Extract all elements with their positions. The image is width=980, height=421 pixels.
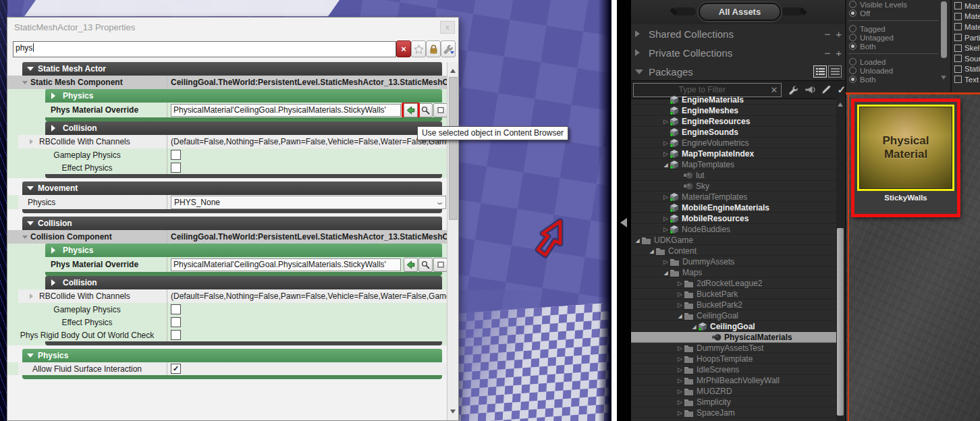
tree-item-ceilinggoal[interactable]: ◢CeilingGoal xyxy=(631,321,836,332)
tree-item-simplicity[interactable]: ▷Simplicity xyxy=(631,397,836,408)
checkbox[interactable] xyxy=(954,76,962,83)
remove-collection-button[interactable]: − xyxy=(824,47,830,59)
expand-arrow-icon[interactable]: ▷ xyxy=(662,258,670,265)
horn-icon[interactable] xyxy=(805,86,815,94)
tree-item-dummyassets[interactable]: ▷DummyAssets xyxy=(631,256,836,267)
collapse-arrow-icon[interactable]: ◢ xyxy=(662,162,670,168)
property-row-phys-rigid-body-out-of-world-check[interactable]: Phys Rigid Body Out Of World Check xyxy=(7,329,447,341)
tree-item-idlescreens[interactable]: ▷IdleScreens xyxy=(631,364,836,375)
property-row-phys-material-override[interactable]: Phys Material OverridePhysicalMaterial'C… xyxy=(7,257,447,272)
tree-item-physicalmaterials[interactable]: PhysicalMaterials xyxy=(631,332,836,343)
tree-item-2drocketleague2[interactable]: ▷2dRocketLeague2 xyxy=(631,278,836,289)
type-filter-parti[interactable]: Parti xyxy=(954,32,980,43)
property-row-rbcollide-with-channels[interactable]: RBCollide With Channels(Default=False,No… xyxy=(7,135,447,148)
tree-item-enginesounds[interactable]: EngineSounds xyxy=(631,127,836,138)
scrollbar-thumb[interactable] xyxy=(941,1,947,58)
clear-filter-icon[interactable]: ✕ xyxy=(771,85,778,95)
splitter-white[interactable] xyxy=(611,0,617,421)
add-collection-button[interactable]: + xyxy=(836,28,842,40)
scrollbar-thumb[interactable] xyxy=(837,228,844,416)
expand-arrow-icon[interactable]: ▷ xyxy=(662,150,670,157)
tree-item-udkgame[interactable]: ◢UDKGame xyxy=(631,235,836,246)
expand-arrow-icon[interactable]: ▷ xyxy=(676,377,684,384)
property-row-phys-material-override[interactable]: Phys Material OverridePhysicalMaterial'C… xyxy=(7,103,447,117)
checkbox[interactable] xyxy=(954,45,962,52)
scrollbar-thumb[interactable] xyxy=(449,77,458,220)
scroll-down-icon[interactable] xyxy=(450,410,456,416)
section-private-collections[interactable]: Private Collections − + xyxy=(635,46,842,59)
section-header-physics[interactable]: Physics xyxy=(7,244,447,257)
radio-selected-icon[interactable] xyxy=(849,43,856,50)
remove-collection-button[interactable]: − xyxy=(824,28,830,40)
search-options-button[interactable] xyxy=(441,40,456,57)
checkbox[interactable] xyxy=(171,317,181,327)
radio-selected-icon[interactable] xyxy=(849,9,856,17)
property-row-gameplay-physics[interactable]: Gameplay Physics xyxy=(7,303,447,316)
tree-item-hoopstemplate[interactable]: ▷HoopsTemplate xyxy=(631,354,836,364)
type-filter-text[interactable]: Text xyxy=(954,74,980,85)
tree-item-mobileresources[interactable]: ▷MobileResources xyxy=(631,213,836,224)
expand-arrow-icon[interactable]: ▷ xyxy=(676,280,684,287)
expand-arrow-icon[interactable]: ▷ xyxy=(676,356,684,362)
type-filter-soun[interactable]: Soun xyxy=(954,53,980,64)
radio-icon[interactable] xyxy=(849,34,856,41)
section-header-physics[interactable]: Physics xyxy=(7,349,447,362)
scroll-down-icon[interactable] xyxy=(941,76,946,82)
radio-option-both[interactable]: Both xyxy=(849,75,938,84)
section-packages[interactable]: Packages xyxy=(635,65,842,78)
expand-arrow-icon[interactable]: ▷ xyxy=(676,388,684,395)
tree-item-bucketpark[interactable]: ▷BucketPark xyxy=(631,289,836,300)
clear-button[interactable] xyxy=(433,258,447,272)
type-filter-stati[interactable]: Stati xyxy=(954,64,980,75)
type-filter-mate[interactable]: Mate xyxy=(954,22,980,32)
clear-search-button[interactable]: × xyxy=(396,40,411,57)
radio-option-off[interactable]: Off xyxy=(849,9,938,18)
expand-arrow-icon[interactable]: ▷ xyxy=(662,194,670,200)
pencil-icon[interactable] xyxy=(821,85,831,94)
section-header-physics[interactable]: Physics xyxy=(7,89,447,103)
radio-option-visible-levels[interactable]: Visible Levels xyxy=(849,0,938,9)
checkbox[interactable] xyxy=(171,150,181,160)
expand-arrow-icon[interactable]: ▷ xyxy=(676,345,684,352)
collapse-arrow-icon[interactable]: ◢ xyxy=(648,248,655,254)
radio-option-tagged[interactable]: Tagged xyxy=(849,24,938,33)
tree-item-maps[interactable]: ◢Maps xyxy=(631,267,836,278)
checkbox[interactable] xyxy=(954,34,962,41)
expand-arrow-icon[interactable]: ▷ xyxy=(676,302,684,308)
tree-item-spacejam[interactable]: ▷SpaceJam xyxy=(631,408,836,418)
tree-item-enginemeshes[interactable]: EngineMeshes xyxy=(631,105,836,116)
scroll-up-icon[interactable] xyxy=(450,66,456,73)
all-assets-tab[interactable]: All Assets xyxy=(699,3,781,21)
clear-button[interactable] xyxy=(433,103,447,117)
add-collection-button[interactable]: + xyxy=(836,47,842,59)
property-row-collision-component[interactable]: Collision ComponentCeilingGoal.TheWorld:… xyxy=(7,230,447,244)
type-filter-mate[interactable]: Mate xyxy=(954,11,980,22)
section-shared-collections[interactable]: Shared Collections − + xyxy=(635,27,842,40)
type-filter-mate[interactable]: Mate xyxy=(954,1,980,11)
expand-arrow-icon[interactable]: ▷ xyxy=(662,140,670,146)
tree-item-content[interactable]: ◢Content xyxy=(631,246,836,256)
expand-arrow-icon[interactable]: ▷ xyxy=(676,291,684,298)
expand-arrow-icon[interactable]: ▷ xyxy=(676,399,684,405)
radio-option-unloaded[interactable]: Unloaded xyxy=(849,66,938,75)
collapse-arrow-icon[interactable]: ◢ xyxy=(634,237,641,244)
use-selected-button[interactable] xyxy=(404,258,418,272)
tree-item-enginevolumetrics[interactable]: ▷EngineVolumetrics xyxy=(631,138,836,148)
property-row-gameplay-physics[interactable]: Gameplay Physics xyxy=(7,148,447,161)
asset-view-panel[interactable]: Physical Material StickyWalls xyxy=(846,94,980,421)
section-header-movement[interactable]: Movement xyxy=(7,181,447,195)
collapse-arrow-icon[interactable]: ◢ xyxy=(690,324,698,330)
property-row-effect-physics[interactable]: Effect Physics xyxy=(7,161,447,174)
property-row-static-mesh-component[interactable]: Static Mesh ComponentCeilingGoal.TheWorl… xyxy=(7,76,447,89)
tree-item-sky[interactable]: Sky xyxy=(631,181,836,192)
tree-item-engineresources[interactable]: ▷EngineResources xyxy=(631,116,836,127)
radio-option-both[interactable]: Both xyxy=(849,42,938,51)
radio-option-loaded[interactable]: Loaded xyxy=(849,57,938,66)
property-row-physics[interactable]: PhysicsPHYS_None⌄ xyxy=(7,195,447,209)
tree-item-partial[interactable]: ▷ xyxy=(631,418,836,421)
checkbox[interactable] xyxy=(954,55,962,62)
tree-item-lut[interactable]: lut xyxy=(631,170,836,181)
close-window-button[interactable]: x xyxy=(440,21,455,34)
tree-item-enginematerials[interactable]: EngineMaterials xyxy=(631,94,836,105)
radio-icon[interactable] xyxy=(849,67,856,74)
